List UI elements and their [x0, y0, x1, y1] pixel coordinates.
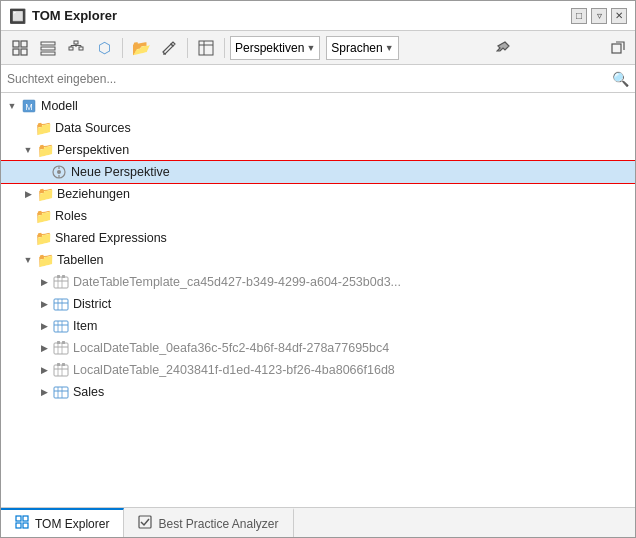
- svg-rect-29: [57, 275, 60, 278]
- search-input[interactable]: [7, 72, 612, 86]
- svg-rect-15: [199, 41, 213, 55]
- tree-content: ▼ M Modell 📁 Data Sources ▼ 📁 Pe: [1, 93, 635, 507]
- edit-toolbar-button[interactable]: [156, 35, 182, 61]
- pin-window-button[interactable]: [492, 37, 514, 59]
- tabellen-label: Tabellen: [57, 253, 104, 267]
- tree-item-tabellen[interactable]: ▼ 📁 Tabellen: [1, 249, 635, 271]
- best-practice-tab-icon: [138, 515, 152, 532]
- svg-rect-0: [13, 41, 19, 47]
- svg-rect-58: [23, 523, 28, 528]
- tree-item-beziehungen[interactable]: ▶ 📁 Beziehungen: [1, 183, 635, 205]
- local-date-table-1-label: LocalDateTable_0eafa36c-5fc2-4b6f-84df-2…: [73, 341, 389, 355]
- svg-rect-31: [54, 299, 68, 310]
- toolbar: ⬡ 📂 Perspektiven ▼ Sprachen ▼: [1, 31, 635, 65]
- date-table-template-icon: [53, 274, 69, 290]
- modell-expand-icon: ▼: [5, 99, 19, 113]
- svg-rect-45: [54, 365, 68, 376]
- best-practice-tab-label: Best Practice Analyzer: [158, 517, 278, 531]
- svg-rect-50: [62, 363, 65, 366]
- tree-item-sales[interactable]: ▶ Sales: [1, 381, 635, 403]
- local-date-table-2-icon: [53, 362, 69, 378]
- tree-area: ▼ M Modell 📁 Data Sources ▼ 📁 Pe: [1, 93, 635, 507]
- sales-label: Sales: [73, 385, 104, 399]
- tree-item-shared-expressions[interactable]: 📁 Shared Expressions: [1, 227, 635, 249]
- toolbar-separator-3: [224, 38, 225, 58]
- title-bar-left: 🔲 TOM Explorer: [9, 8, 117, 24]
- svg-rect-51: [54, 387, 68, 398]
- tabellen-folder-icon: 📁: [37, 252, 53, 268]
- perspektiven-folder-icon: 📁: [37, 142, 53, 158]
- item-label: Item: [73, 319, 97, 333]
- sprachen-dropdown[interactable]: Sprachen ▼: [326, 36, 398, 60]
- sales-expand-icon: ▶: [37, 385, 51, 399]
- table-view-button[interactable]: [193, 35, 219, 61]
- folder-toolbar-button[interactable]: 📂: [128, 35, 154, 61]
- list-toolbar-button[interactable]: [35, 35, 61, 61]
- svg-rect-8: [69, 47, 73, 50]
- data-sources-label: Data Sources: [55, 121, 131, 135]
- tree-item-perspektiven[interactable]: ▼ 📁 Perspektiven: [1, 139, 635, 161]
- local-date-table-2-label: LocalDateTable_2403841f-d1ed-4123-bf26-4…: [73, 363, 395, 377]
- title-bar-controls: □ ▿ ✕: [571, 8, 627, 24]
- svg-rect-44: [62, 341, 65, 344]
- tree-item-roles[interactable]: 📁 Roles: [1, 205, 635, 227]
- beziehungen-expand-icon: ▶: [21, 187, 35, 201]
- search-icon: 🔍: [612, 71, 629, 87]
- toolbar-separator-1: [122, 38, 123, 58]
- district-table-icon: [53, 296, 69, 312]
- svg-point-22: [57, 170, 61, 174]
- tom-explorer-window: 🔲 TOM Explorer □ ▿ ✕: [0, 0, 636, 538]
- tree-item-item[interactable]: ▶ Item: [1, 315, 635, 337]
- cube-toolbar-button[interactable]: ⬡: [91, 35, 117, 61]
- svg-rect-6: [41, 52, 55, 55]
- pin-button[interactable]: ▿: [591, 8, 607, 24]
- tree-item-district[interactable]: ▶ District: [1, 293, 635, 315]
- svg-rect-7: [74, 41, 78, 44]
- svg-rect-57: [16, 523, 21, 528]
- svg-rect-9: [79, 47, 83, 50]
- sales-table-icon: [53, 384, 69, 400]
- beziehungen-label: Beziehungen: [57, 187, 130, 201]
- svg-rect-59: [139, 516, 151, 528]
- tree-item-neue-perspektive[interactable]: Neue Perspektive: [1, 161, 635, 183]
- perspektiven-expand-icon: ▼: [21, 143, 35, 157]
- local-date-table-2-expand-icon: ▶: [37, 363, 51, 377]
- svg-rect-56: [23, 516, 28, 521]
- grid-toolbar-button[interactable]: [7, 35, 33, 61]
- tabellen-expand-icon: ▼: [21, 253, 35, 267]
- svg-rect-39: [54, 343, 68, 354]
- window-title: TOM Explorer: [32, 8, 117, 23]
- tom-explorer-tab[interactable]: TOM Explorer: [1, 508, 124, 537]
- svg-rect-2: [13, 49, 19, 55]
- minimize-button[interactable]: □: [571, 8, 587, 24]
- close-button[interactable]: ✕: [611, 8, 627, 24]
- roles-label: Roles: [55, 209, 87, 223]
- shared-expressions-folder-icon: 📁: [35, 230, 51, 246]
- sprachen-label: Sprachen: [331, 41, 382, 55]
- tom-explorer-tab-label: TOM Explorer: [35, 517, 109, 531]
- tree-item-local-date-table-2[interactable]: ▶ LocalDateTable_2403841f-d1ed-4123-bf26…: [1, 359, 635, 381]
- perspektiven-label: Perspektiven: [235, 41, 304, 55]
- svg-text:M: M: [25, 102, 33, 112]
- neue-perspektive-label: Neue Perspektive: [71, 165, 170, 179]
- shared-expressions-label: Shared Expressions: [55, 231, 167, 245]
- modell-model-icon: M: [21, 98, 37, 114]
- hierarchy-toolbar-button[interactable]: [63, 35, 89, 61]
- svg-rect-55: [16, 516, 21, 521]
- roles-folder-icon: 📁: [35, 208, 51, 224]
- perspektiven-dropdown[interactable]: Perspektiven ▼: [230, 36, 320, 60]
- district-label: District: [73, 297, 111, 311]
- tree-item-local-date-table-1[interactable]: ▶ LocalDateTable_0eafa36c-5fc2-4b6f-84df…: [1, 337, 635, 359]
- sprachen-arrow: ▼: [385, 43, 394, 53]
- tree-item-date-table-template[interactable]: ▶ DateTableTemplate_ca45d427-b349-4299-a…: [1, 271, 635, 293]
- best-practice-tab[interactable]: Best Practice Analyzer: [124, 508, 293, 537]
- svg-rect-43: [57, 341, 60, 344]
- float-button[interactable]: [607, 37, 629, 59]
- item-expand-icon: ▶: [37, 319, 51, 333]
- tree-item-modell[interactable]: ▼ M Modell: [1, 95, 635, 117]
- title-bar: 🔲 TOM Explorer □ ▿ ✕: [1, 1, 635, 31]
- tree-item-data-sources[interactable]: 📁 Data Sources: [1, 117, 635, 139]
- window-icon: 🔲: [9, 8, 26, 24]
- search-bar: 🔍: [1, 65, 635, 93]
- svg-rect-3: [21, 49, 27, 55]
